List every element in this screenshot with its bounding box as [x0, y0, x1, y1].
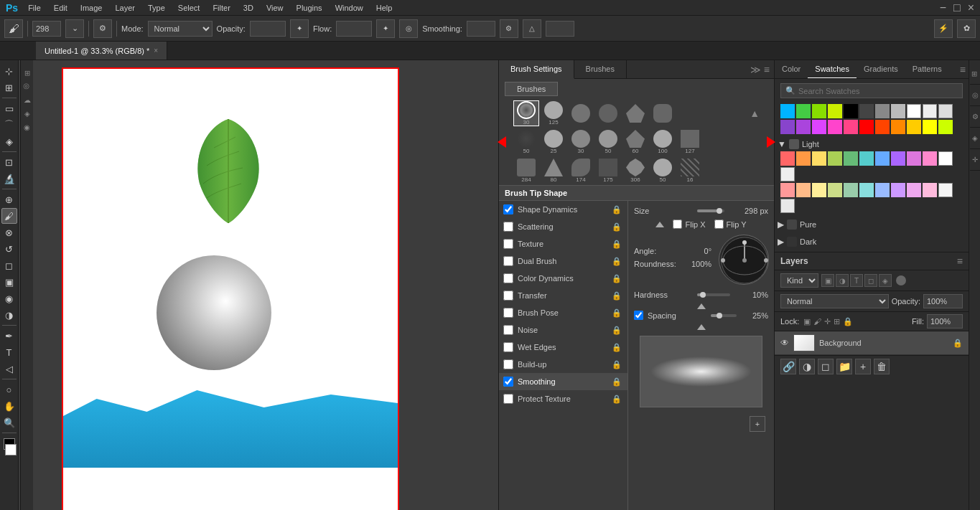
build-up-lock[interactable]: 🔒: [612, 360, 622, 369]
brush-tip-item[interactable]: 80: [541, 158, 566, 184]
brush-tip-item[interactable]: 30: [513, 100, 539, 126]
pen-tool[interactable]: ✒: [1, 328, 17, 344]
menu-type[interactable]: Type: [142, 2, 171, 14]
text-tool[interactable]: T: [1, 344, 17, 360]
airbrush-icon[interactable]: ◎: [399, 19, 418, 38]
panel-icon-5[interactable]: ✛: [970, 149, 980, 171]
opacity-input[interactable]: 100%: [250, 21, 286, 37]
brush-tip-item[interactable]: [622, 100, 648, 126]
panel-icon-1[interactable]: ⊞: [970, 63, 980, 85]
size-slider[interactable]: [697, 209, 724, 212]
pure-group-header[interactable]: ▶ Pure: [775, 217, 969, 232]
menu-filter[interactable]: Filter: [207, 2, 235, 14]
canvas-container[interactable]: [62, 67, 399, 510]
transfer-check[interactable]: [503, 291, 513, 301]
layers-opacity-input[interactable]: [923, 294, 963, 308]
swatch-off-white[interactable]: [923, 104, 937, 118]
swatch-red[interactable]: [859, 120, 874, 134]
menu-image[interactable]: Image: [75, 2, 108, 14]
shape-dynamics-lock[interactable]: 🔒: [612, 205, 622, 214]
pressure-icon[interactable]: ✿: [957, 19, 976, 38]
filter-shape-icon[interactable]: ◻: [864, 274, 877, 287]
clone-tool[interactable]: ⊗: [1, 225, 17, 240]
minimize-btn[interactable]: −: [940, 1, 946, 14]
smoothing-lock[interactable]: 🔒: [612, 377, 622, 387]
symmetry-icon[interactable]: ⚡: [934, 19, 953, 38]
build-up-item[interactable]: Build-up 🔒: [499, 356, 627, 373]
lock-position-icon[interactable]: ✛: [824, 317, 831, 326]
light-swatch-15[interactable]: [812, 183, 826, 197]
brush-tip-item[interactable]: 30: [568, 129, 594, 155]
add-preset-btn[interactable]: +: [750, 416, 765, 432]
brush-tip-item[interactable]: [568, 100, 594, 126]
tab-patterns[interactable]: Patterns: [905, 60, 949, 78]
texture-item[interactable]: Texture 🔒: [499, 235, 627, 252]
tab-swatches[interactable]: Swatches: [808, 60, 857, 78]
light-swatch-22[interactable]: [923, 183, 937, 197]
color-dynamics-lock[interactable]: 🔒: [612, 274, 622, 283]
menu-help[interactable]: Help: [370, 2, 398, 14]
light-swatch-19[interactable]: [875, 183, 890, 197]
nav-icon-2[interactable]: ◎: [20, 83, 34, 90]
color-dynamics-check[interactable]: [503, 273, 513, 283]
transfer-item[interactable]: Transfer 🔒: [499, 287, 627, 304]
swatch-orange[interactable]: [891, 120, 905, 134]
light-swatch-23[interactable]: [938, 183, 953, 197]
light-swatch-18[interactable]: [859, 183, 874, 197]
object-selection-tool[interactable]: ◈: [1, 133, 17, 149]
tab-color[interactable]: Color: [775, 60, 808, 78]
pressure-opacity-icon[interactable]: ✦: [290, 19, 309, 38]
lock-transparency-icon[interactable]: ▣: [803, 317, 811, 326]
scroll-right-arrow[interactable]: [767, 136, 775, 148]
layer-visibility-icon[interactable]: 👁: [780, 338, 789, 348]
brush-tip-item[interactable]: 16: [677, 158, 703, 184]
brush-pose-item[interactable]: Brush Pose 🔒: [499, 304, 627, 321]
mode-select[interactable]: Normal: [148, 21, 213, 37]
brush-tool[interactable]: 🖌: [1, 208, 17, 224]
brush-tip-item[interactable]: 50: [513, 129, 539, 155]
hand-tool[interactable]: ✋: [1, 398, 17, 414]
panel-icon-2[interactable]: ◎: [970, 85, 980, 106]
noise-item[interactable]: Noise 🔒: [499, 321, 627, 339]
swatch-white[interactable]: [907, 104, 921, 118]
brush-size-input[interactable]: [32, 21, 61, 37]
filter-type-icon[interactable]: T: [850, 274, 863, 287]
brush-tip-item[interactable]: 60: [622, 129, 648, 155]
nav-icon-4[interactable]: ◈: [24, 107, 30, 121]
light-swatch-21[interactable]: [907, 183, 921, 197]
brush-tip-item[interactable]: [650, 100, 676, 126]
nav-icon-5[interactable]: ◉: [24, 121, 30, 134]
swatch-yellow[interactable]: [923, 120, 937, 134]
swatch-hot-pink[interactable]: [844, 120, 858, 134]
background-color[interactable]: [5, 444, 17, 455]
scattering-item[interactable]: Scattering 🔒: [499, 218, 627, 235]
tab-gradients[interactable]: Gradients: [857, 60, 905, 78]
brushes-button[interactable]: Brushes: [505, 82, 558, 96]
eraser-tool[interactable]: ◻: [1, 258, 17, 273]
panel-menu-icon[interactable]: ≡: [764, 64, 770, 75]
light-swatch-9[interactable]: [907, 151, 921, 166]
swatch-magenta[interactable]: [812, 120, 826, 134]
brush-tip-item[interactable]: 306: [622, 158, 648, 184]
maximize-btn[interactable]: □: [953, 1, 961, 14]
light-group-header[interactable]: ▼ Light: [775, 137, 969, 151]
layer-link-icon[interactable]: 🔗: [780, 359, 796, 374]
swatch-cyan[interactable]: [780, 104, 795, 118]
spacing-slider[interactable]: [711, 314, 737, 317]
swatch-dark-gray[interactable]: [859, 104, 874, 118]
swatches-search-input[interactable]: [798, 87, 958, 95]
swatches-menu-icon[interactable]: ≡: [957, 60, 969, 78]
menu-file[interactable]: File: [22, 2, 47, 14]
zoom-tool[interactable]: 🔍: [1, 415, 17, 430]
light-swatch-4[interactable]: [828, 151, 842, 166]
wet-edges-item[interactable]: Wet Edges 🔒: [499, 339, 627, 356]
delete-layer-icon[interactable]: 🗑: [874, 359, 890, 374]
shape-tool[interactable]: ○: [1, 382, 17, 397]
protect-texture-lock[interactable]: 🔒: [612, 395, 622, 404]
brush-tip-item[interactable]: 127: [677, 129, 703, 155]
artboard-tool[interactable]: ⊞: [1, 80, 17, 95]
texture-check[interactable]: [503, 239, 513, 249]
scattering-lock[interactable]: 🔒: [612, 222, 622, 232]
wet-edges-check[interactable]: [503, 342, 513, 352]
light-swatch-24[interactable]: [780, 199, 795, 213]
